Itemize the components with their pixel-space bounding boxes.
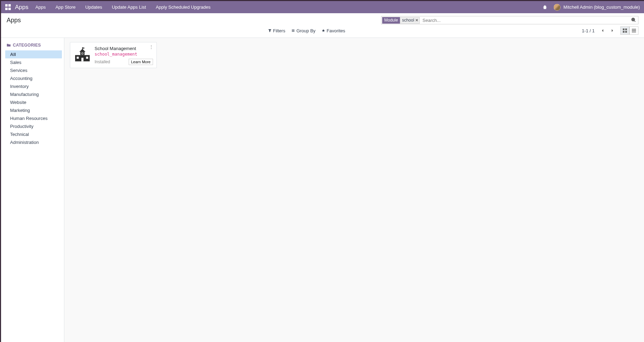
chevron-left-icon — [601, 29, 604, 32]
svg-rect-3 — [625, 31, 627, 33]
nav-link-update-apps-list[interactable]: Update Apps List — [112, 5, 146, 10]
filter-toolbar: Filters Group By Favorites — [268, 28, 345, 33]
apps-menu-icon[interactable] — [5, 4, 11, 10]
filters-button[interactable]: Filters — [268, 28, 285, 33]
svg-rect-17 — [82, 53, 83, 54]
navbar: Apps Apps App Store Updates Update Apps … — [1, 1, 644, 13]
pager-next[interactable] — [609, 27, 615, 34]
search-box[interactable]: Module school ✕ — [381, 16, 638, 24]
chevron-right-icon — [611, 29, 614, 32]
kanban-view-button[interactable] — [620, 26, 629, 35]
svg-rect-0 — [623, 28, 625, 30]
navbar-menu: Apps App Store Updates Update Apps List … — [35, 5, 543, 10]
sidebar-header-text: CATEGORIES — [13, 43, 41, 48]
sidebar-item-all[interactable]: All — [5, 50, 62, 58]
nav-link-apps[interactable]: Apps — [35, 5, 46, 10]
sidebar-item-human-resources[interactable]: Human Resources — [5, 114, 64, 122]
nav-link-app-store[interactable]: App Store — [55, 5, 75, 10]
sidebar-item-accounting[interactable]: Accounting — [5, 74, 64, 82]
control-panel: Apps Module school ✕ Filters Group By — [1, 13, 644, 38]
app-icon — [74, 46, 91, 63]
search-input[interactable] — [421, 18, 631, 23]
list-view-button[interactable] — [629, 26, 638, 35]
nav-link-updates[interactable]: Updates — [85, 5, 102, 10]
app-info: School Management school_management Inst… — [95, 46, 153, 65]
facet-value-text: school — [402, 18, 414, 23]
navbar-brand[interactable]: Apps — [15, 4, 29, 11]
svg-marker-11 — [83, 47, 85, 49]
sidebar-item-productivity[interactable]: Productivity — [5, 122, 64, 130]
facet-label: Module — [382, 17, 400, 24]
navbar-right: Mitchell Admin (blog_custom_module) — [542, 4, 640, 11]
facet-remove-icon[interactable]: ✕ — [415, 18, 418, 23]
star-icon — [322, 29, 325, 32]
content-area: ⋮ School Management scho — [64, 38, 644, 342]
main: CATEGORIES All Sales Services Accounting… — [1, 38, 644, 342]
sidebar-item-technical[interactable]: Technical — [5, 130, 64, 138]
app-card[interactable]: ⋮ School Management scho — [70, 42, 157, 68]
svg-rect-13 — [86, 57, 88, 59]
list-icon — [291, 29, 295, 32]
folder-icon — [7, 43, 11, 47]
sidebar: CATEGORIES All Sales Services Accounting… — [1, 38, 64, 342]
pager-prev[interactable] — [599, 27, 606, 34]
sidebar-item-services[interactable]: Services — [5, 66, 64, 74]
facet-value: school ✕ — [400, 17, 420, 24]
svg-rect-4 — [632, 29, 636, 30]
sidebar-item-website[interactable]: Website — [5, 98, 64, 106]
pager-arrows — [599, 27, 615, 34]
app-name: School Management — [95, 46, 153, 51]
svg-rect-10 — [82, 47, 83, 49]
filters-label: Filters — [273, 28, 285, 33]
svg-rect-6 — [632, 32, 636, 32]
user-name: Mitchell Admin (blog_custom_module) — [563, 5, 640, 10]
svg-rect-14 — [81, 58, 83, 62]
group-by-button[interactable]: Group By — [291, 28, 315, 33]
list-view-icon — [632, 28, 636, 33]
user-menu[interactable]: Mitchell Admin (blog_custom_module) — [554, 4, 640, 11]
app-card-menu-icon[interactable]: ⋮ — [149, 44, 154, 49]
pager-text[interactable]: 1-1 / 1 — [582, 28, 595, 33]
avatar — [554, 4, 561, 11]
school-icon — [74, 46, 91, 63]
kanban-icon — [623, 28, 627, 33]
svg-rect-2 — [623, 31, 625, 33]
sidebar-item-sales[interactable]: Sales — [5, 58, 64, 66]
page-title: Apps — [7, 17, 381, 24]
learn-more-button[interactable]: Learn More — [129, 59, 153, 65]
view-switcher — [620, 26, 638, 35]
svg-rect-5 — [632, 30, 636, 31]
svg-rect-1 — [625, 28, 627, 30]
app-status: Installed — [95, 59, 110, 64]
category-list: All Sales Services Accounting Inventory … — [5, 50, 64, 146]
search-icon[interactable] — [631, 18, 636, 23]
nav-link-apply-scheduled-upgrades[interactable]: Apply Scheduled Upgrades — [156, 5, 211, 10]
filter-icon — [268, 29, 272, 32]
svg-rect-12 — [77, 57, 79, 59]
sidebar-header: CATEGORIES — [5, 41, 64, 49]
sidebar-item-administration[interactable]: Administration — [5, 138, 64, 146]
sidebar-item-manufacturing[interactable]: Manufacturing — [5, 90, 64, 98]
sidebar-item-marketing[interactable]: Marketing — [5, 106, 64, 114]
favorites-label: Favorites — [327, 28, 345, 33]
sidebar-item-inventory[interactable]: Inventory — [5, 82, 64, 90]
favorites-button[interactable]: Favorites — [322, 28, 345, 33]
group-by-label: Group By — [296, 28, 315, 33]
debug-icon[interactable] — [542, 5, 547, 10]
search-facet: Module school ✕ — [382, 17, 420, 24]
app-tech-name: school_management — [95, 52, 153, 57]
